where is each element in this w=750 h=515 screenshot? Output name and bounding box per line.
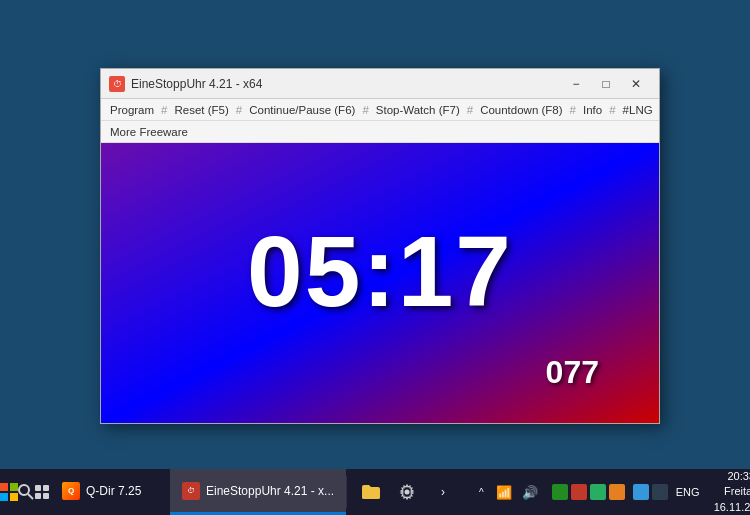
menu-countdown[interactable]: Countdown (F8)	[475, 102, 567, 118]
window-controls: − □ ✕	[561, 69, 651, 99]
language-button[interactable]: ENG	[672, 486, 704, 498]
settings-icon[interactable]	[391, 476, 423, 508]
maximize-button[interactable]: □	[591, 69, 621, 99]
folder-icon[interactable]	[355, 476, 387, 508]
main-time: 05:17	[247, 214, 513, 329]
svg-rect-1	[10, 483, 18, 491]
tray-red-icon[interactable]	[571, 484, 587, 500]
menu-more-freeware[interactable]: More Freeware	[105, 124, 193, 140]
taskbar-item-stopwatch-label: EineStoppUhr 4.21 - x...	[206, 484, 334, 498]
taskbar-clock[interactable]: 20:33 Freitag 16.11.2018	[704, 469, 750, 515]
svg-point-4	[19, 485, 29, 495]
menu-program[interactable]: Program	[105, 102, 159, 118]
svg-line-5	[28, 494, 33, 499]
clock-time: 20:33	[727, 469, 750, 484]
svg-rect-6	[35, 485, 41, 491]
tray-app-icons	[548, 484, 629, 500]
minimize-button[interactable]: −	[561, 69, 591, 99]
network-icon[interactable]: 📶	[494, 485, 514, 500]
taskbar-items: Q Q-Dir 7.25 ⏱ EineStoppUhr 4.21 - x...	[50, 469, 346, 515]
close-button[interactable]: ✕	[621, 69, 651, 99]
pinned-tray-icons: ›	[346, 476, 467, 508]
svg-rect-2	[0, 493, 8, 501]
menubar-row1: Program # Reset (F5) # Continue/Pause (F…	[101, 99, 659, 121]
tray-orange-icon[interactable]	[609, 484, 625, 500]
taskbar-item-qdir[interactable]: Q Q-Dir 7.25	[50, 469, 170, 515]
tray-app-icons2	[629, 484, 672, 500]
window-app-icon: ⏱	[109, 76, 125, 92]
search-button[interactable]	[18, 476, 34, 508]
tray-dark-icon[interactable]	[652, 484, 668, 500]
volume-icon[interactable]: 🔊	[520, 485, 540, 500]
tray-show-hidden-button[interactable]: ^	[475, 487, 488, 498]
stopwatch-icon: ⏱	[182, 482, 200, 500]
tray-green2-icon[interactable]	[590, 484, 606, 500]
application-window: ⏱ EineStoppUhr 4.21 - x64 − □ ✕ Program …	[100, 68, 660, 424]
svg-rect-9	[43, 493, 49, 499]
taskbar-item-qdir-label: Q-Dir 7.25	[86, 484, 141, 498]
menubar-row2: More Freeware	[101, 121, 659, 143]
menu-continue-pause[interactable]: Continue/Pause (F6)	[244, 102, 360, 118]
taskbar-item-stopwatch[interactable]: ⏱ EineStoppUhr 4.21 - x...	[170, 469, 346, 515]
menu-stopwatch[interactable]: Stop-Watch (F7)	[371, 102, 465, 118]
sub-time: 077	[546, 354, 599, 391]
tray-green-icon[interactable]	[552, 484, 568, 500]
menu-lng[interactable]: #LNG	[618, 102, 658, 118]
svg-rect-0	[0, 483, 8, 491]
tray-blue-icon[interactable]	[633, 484, 649, 500]
start-button[interactable]	[0, 469, 18, 515]
svg-rect-7	[43, 485, 49, 491]
svg-point-10	[405, 490, 410, 495]
taskbar-right: › ^ 📶 🔊 ENG	[346, 469, 750, 515]
svg-rect-8	[35, 493, 41, 499]
task-view-button[interactable]	[34, 476, 50, 508]
window-title: EineStoppUhr 4.21 - x64	[131, 77, 561, 91]
titlebar: ⏱ EineStoppUhr 4.21 - x64 − □ ✕	[101, 69, 659, 99]
svg-rect-3	[10, 493, 18, 501]
desktop: ⏱ EineStoppUhr 4.21 - x64 − □ ✕ Program …	[0, 0, 750, 515]
taskbar: Q Q-Dir 7.25 ⏱ EineStoppUhr 4.21 - x...	[0, 469, 750, 515]
menu-info[interactable]: Info	[578, 102, 607, 118]
qdir-icon: Q	[62, 482, 80, 500]
system-tray-icons: ^ 📶 🔊	[467, 485, 548, 500]
more-arrow-icon[interactable]: ›	[427, 476, 459, 508]
clock-display: 05:17 077	[101, 143, 659, 423]
menu-reset[interactable]: Reset (F5)	[170, 102, 234, 118]
clock-day: Freitag	[724, 484, 750, 499]
clock-date: 16.11.2018	[714, 500, 750, 515]
